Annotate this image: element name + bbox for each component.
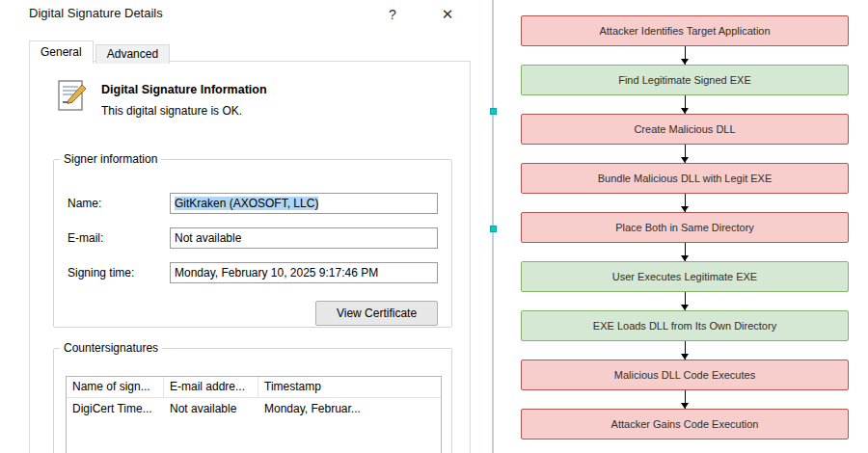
down-arrow-icon [685, 292, 686, 310]
signing-time-field-value: Monday, February 10, 2025 9:17:46 PM [175, 266, 378, 280]
countersignatures-legend: Countersignatures [60, 341, 162, 355]
signer-information-legend: Signer information [60, 152, 161, 166]
signing-time-label: Signing time: [68, 266, 134, 280]
view-certificate-button[interactable]: View Certificate [315, 301, 438, 326]
down-arrow-icon [685, 95, 686, 114]
tab-strip: General Advanced [29, 40, 172, 64]
countersignatures-table[interactable]: Name of sign... E-mail addre... Timestam… [66, 376, 442, 453]
flow-step-9: Attacker Gains Code Execution [521, 409, 849, 440]
flow-step-1: Attacker Identifies Target Application [521, 15, 849, 46]
tab-advanced[interactable]: Advanced [95, 44, 170, 64]
digital-signature-dialog: Digital Signature Details ? ✕ General Ad… [0, 0, 474, 453]
down-arrow-icon [685, 145, 686, 163]
signature-certificate-icon [55, 79, 90, 114]
help-button[interactable]: ? [380, 4, 405, 25]
flow-step-4: Bundle Malicious DLL with Legit EXE [521, 163, 849, 194]
col-timestamp[interactable]: Timestamp [258, 377, 441, 397]
down-arrow-icon [685, 341, 686, 360]
flow-step-7: EXE Loads DLL from Its Own Directory [521, 310, 849, 341]
signature-info-heading: Digital Signature Information [101, 83, 267, 96]
email-field[interactable]: Not available [170, 227, 438, 249]
email-field-value: Not available [175, 231, 241, 245]
name-field-value: GitKraken (AXOSOFT, LLC) [175, 197, 318, 210]
signer-information-group: Signer information Name: GitKraken (AXOS… [53, 152, 452, 328]
cell-signer-email: Not available [164, 398, 258, 419]
down-arrow-icon [685, 194, 686, 212]
signing-time-field[interactable]: Monday, February 10, 2025 9:17:46 PM [170, 262, 438, 283]
attack-flowchart: Attacker Identifies Target Application F… [521, 15, 849, 440]
cell-signer-name: DigiCert Time... [67, 398, 164, 419]
countersignatures-header-row: Name of sign... E-mail addre... Timestam… [67, 377, 441, 398]
col-name-of-signer[interactable]: Name of sign... [67, 377, 164, 397]
close-button[interactable]: ✕ [435, 4, 460, 25]
tab-page-general: Digital Signature Information This digit… [29, 61, 471, 453]
dialog-title: Digital Signature Details [29, 6, 163, 20]
countersignatures-group: Countersignatures Name of sign... E-mail… [53, 341, 452, 453]
flow-step-3: Create Malicious DLL [521, 114, 849, 145]
dialog-titlebar: Digital Signature Details ? ✕ [0, 0, 474, 29]
name-label: Name: [68, 197, 101, 210]
col-email-address[interactable]: E-mail addre... [164, 377, 258, 397]
flow-step-6: User Executes Legitimate EXE [521, 261, 849, 292]
selection-handle [490, 108, 497, 115]
cell-signer-timestamp: Monday, Februar... [258, 398, 441, 419]
name-field[interactable]: GitKraken (AXOSOFT, LLC) [170, 193, 438, 214]
signature-status-text: This digital signature is OK. [101, 104, 242, 118]
flow-step-8: Malicious DLL Code Executes [521, 360, 849, 390]
selection-handle [490, 226, 497, 232]
tab-general[interactable]: General [29, 40, 94, 64]
flow-step-5: Place Both in Same Directory [521, 212, 849, 243]
down-arrow-icon [685, 46, 686, 65]
flow-step-2: Find Legitimate Signed EXE [521, 65, 849, 95]
email-label: E-mail: [68, 231, 103, 245]
down-arrow-icon [685, 390, 686, 409]
down-arrow-icon [685, 243, 686, 261]
table-row[interactable]: DigiCert Time... Not available Monday, F… [67, 398, 441, 419]
